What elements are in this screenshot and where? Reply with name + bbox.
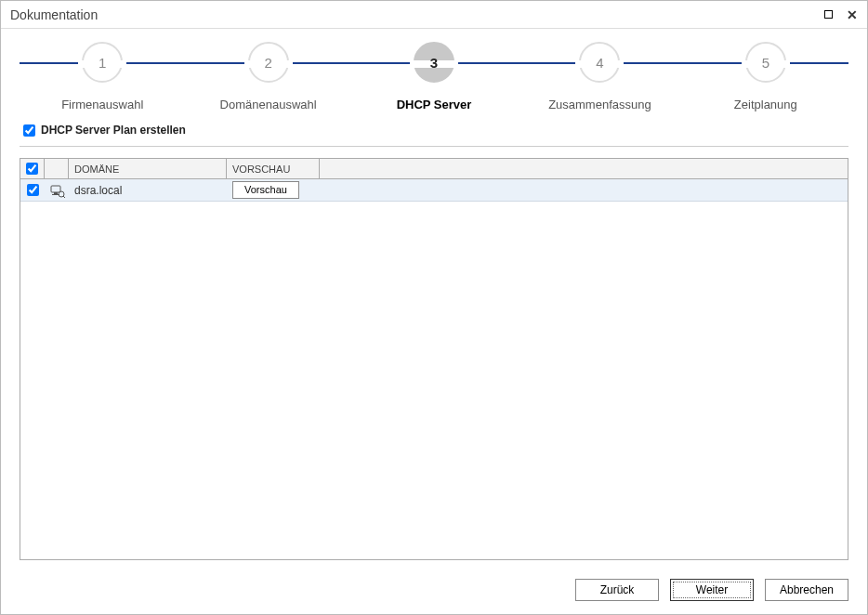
plan-checkbox-label: DHCP Server Plan erstellen xyxy=(41,124,186,137)
cancel-button[interactable]: Abbrechen xyxy=(765,579,848,601)
step-4[interactable]: 4 Zusammenfassung xyxy=(517,42,682,111)
plan-checkbox[interactable] xyxy=(23,124,35,137)
wizard-steps: 1 Firmenauswahl 2 Domänenauswahl 3 DHCP … xyxy=(1,29,867,116)
svg-line-4 xyxy=(63,196,65,198)
header-icon-col xyxy=(45,159,69,178)
step-label: DHCP Server xyxy=(397,98,472,111)
window-title: Dokumentation xyxy=(10,7,821,22)
plan-checkbox-row: DHCP Server Plan erstellen xyxy=(20,116,848,147)
row-spacer xyxy=(320,189,848,192)
step-content: DHCP Server Plan erstellen DOMÄNE VORSCH… xyxy=(1,116,867,569)
row-checkbox[interactable] xyxy=(27,184,39,196)
header-spacer xyxy=(320,159,848,178)
step-number: 1 xyxy=(82,42,123,83)
back-button[interactable]: Zurück xyxy=(575,579,659,601)
step-5[interactable]: 5 Zeitplanung xyxy=(683,42,848,111)
svg-rect-1 xyxy=(54,192,58,194)
step-label: Firmenauswahl xyxy=(61,98,143,111)
step-3[interactable]: 3 DHCP Server xyxy=(351,42,517,111)
close-icon: ✕ xyxy=(847,8,858,21)
server-icon xyxy=(50,185,63,196)
step-number: 3 xyxy=(414,42,454,83)
domain-table: DOMÄNE VORSCHAU xyxy=(20,158,848,560)
step-number: 4 xyxy=(579,42,620,83)
step-number: 5 xyxy=(745,42,786,83)
wizard-window: Dokumentation ✕ 1 Firmenauswahl 2 Domäne… xyxy=(0,0,868,615)
header-select-all[interactable] xyxy=(20,159,45,178)
step-label: Zeitplanung xyxy=(734,98,797,111)
header-domain[interactable]: DOMÄNE xyxy=(69,159,227,178)
preview-button[interactable]: Vorschau xyxy=(232,181,299,199)
table-row[interactable]: dsra.local Vorschau xyxy=(20,179,848,202)
titlebar: Dokumentation ✕ xyxy=(1,1,867,29)
maximize-icon xyxy=(824,10,833,19)
wizard-footer: Zurück Weiter Abbrechen xyxy=(1,569,867,614)
row-domain: dsra.local xyxy=(69,182,227,199)
step-1[interactable]: 1 Firmenauswahl xyxy=(20,42,185,111)
next-button[interactable]: Weiter xyxy=(670,579,754,601)
step-number: 2 xyxy=(248,42,289,83)
close-button[interactable]: ✕ xyxy=(845,7,860,22)
step-2[interactable]: 2 Domänenauswahl xyxy=(185,42,350,111)
svg-rect-0 xyxy=(51,186,60,192)
header-preview[interactable]: VORSCHAU xyxy=(227,159,320,178)
select-all-checkbox[interactable] xyxy=(26,163,38,175)
step-label: Domänenauswahl xyxy=(220,98,317,111)
step-label: Zusammenfassung xyxy=(548,98,651,111)
table-header: DOMÄNE VORSCHAU xyxy=(20,159,848,179)
maximize-button[interactable] xyxy=(821,7,835,22)
step-circle-row: 1 Firmenauswahl 2 Domänenauswahl 3 DHCP … xyxy=(20,42,848,111)
table-body: dsra.local Vorschau xyxy=(20,179,848,559)
title-controls: ✕ xyxy=(821,7,860,22)
